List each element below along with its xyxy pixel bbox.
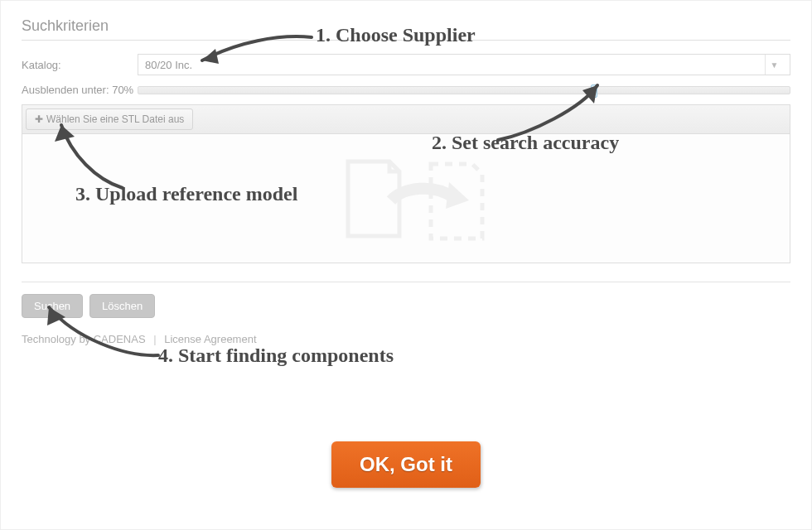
file-replace-icon <box>315 149 497 248</box>
catalog-row: Katalog: 80/20 Inc. ▼ <box>22 54 790 75</box>
upload-area: ✚ Wählen Sie eine STL Datei aus <box>22 104 790 263</box>
accuracy-slider[interactable] <box>138 86 790 94</box>
action-row: Suchen Löschen <box>22 294 790 318</box>
catalog-select[interactable]: 80/20 Inc. ▼ <box>138 54 790 75</box>
tech-by-link[interactable]: Technology by CADENAS <box>22 333 146 345</box>
panel-title: Suchkriterien <box>22 17 790 41</box>
search-button[interactable]: Suchen <box>22 294 83 318</box>
threshold-label: Ausblenden unter: 70% <box>22 84 138 96</box>
catalog-label: Katalog: <box>22 59 138 71</box>
choose-stl-button[interactable]: ✚ Wählen Sie eine STL Datei aus <box>26 108 193 130</box>
ok-got-it-button[interactable]: OK, Got it <box>331 441 481 488</box>
license-link[interactable]: License Agreement <box>164 333 256 345</box>
threshold-value: 70% <box>112 84 133 96</box>
catalog-value: 80/20 Inc. <box>145 59 192 71</box>
chevron-down-icon: ▼ <box>765 55 783 75</box>
svg-marker-0 <box>446 182 469 209</box>
plus-icon: ✚ <box>35 113 43 125</box>
upload-toolbar: ✚ Wählen Sie eine STL Datei aus <box>22 105 790 134</box>
upload-dropzone[interactable] <box>22 134 790 263</box>
threshold-row: Ausblenden unter: 70% <box>22 84 790 96</box>
clear-button[interactable]: Löschen <box>89 294 155 318</box>
footer-links: Technology by CADENAS | License Agreemen… <box>22 333 790 345</box>
search-criteria-panel: Suchkriterien Katalog: 80/20 Inc. ▼ Ausb… <box>1 1 811 362</box>
divider <box>22 282 790 282</box>
slider-thumb[interactable] <box>591 84 597 98</box>
